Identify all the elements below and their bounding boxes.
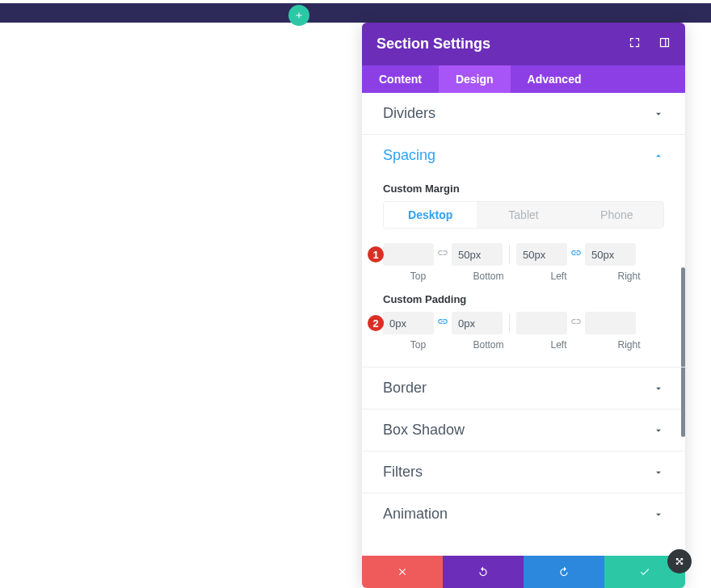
redo-button[interactable] <box>524 556 604 588</box>
padding-right-input[interactable] <box>585 312 636 334</box>
chevron-up-icon <box>653 150 664 162</box>
chevron-down-icon <box>653 467 664 478</box>
separator <box>509 313 510 333</box>
padding-top-input[interactable] <box>383 312 434 334</box>
device-tab-phone[interactable]: Phone <box>570 202 663 228</box>
panel-body: Dividers Spacing Custom Margin Desktop T… <box>362 93 685 556</box>
accordion-label: Box Shadow <box>383 422 465 439</box>
fullscreen-icon[interactable] <box>629 36 641 52</box>
accordion-label: Border <box>383 380 427 397</box>
margin-right-input[interactable] <box>585 243 636 266</box>
chevron-down-icon <box>653 509 664 520</box>
padding-inputs <box>383 312 664 334</box>
link-icon[interactable] <box>435 316 450 330</box>
accordion-label: Spacing <box>383 147 435 164</box>
settings-panel: Section Settings Content Design Advanced… <box>362 23 685 588</box>
padding-bottom-input[interactable] <box>452 312 503 334</box>
label-right: Right <box>594 339 664 351</box>
label-left: Left <box>524 339 594 351</box>
redo-icon <box>558 566 570 578</box>
padding-left-input[interactable] <box>516 312 567 334</box>
tab-content[interactable]: Content <box>362 65 439 93</box>
chevron-down-icon <box>653 108 664 120</box>
accordion-box-shadow[interactable]: Box Shadow <box>362 410 685 452</box>
accordion-label: Animation <box>383 506 448 523</box>
unlink-icon[interactable] <box>435 247 450 262</box>
plus-icon <box>294 10 304 20</box>
device-tabs: Desktop Tablet Phone <box>383 201 664 229</box>
chevron-down-icon <box>653 383 664 394</box>
dock-icon[interactable] <box>658 36 671 52</box>
accordion-label: Filters <box>383 464 423 481</box>
link-icon[interactable] <box>569 247 583 262</box>
accordion-animation[interactable]: Animation <box>362 494 685 535</box>
margin-side-labels: Top Bottom Left Right <box>383 271 664 282</box>
accordion-filters[interactable]: Filters <box>362 452 685 494</box>
label-top: Top <box>383 271 453 282</box>
margin-left-input[interactable] <box>516 243 567 266</box>
custom-padding-label: Custom Padding <box>383 293 664 305</box>
margin-top-input[interactable] <box>383 243 434 266</box>
accordion-border[interactable]: Border <box>362 368 685 410</box>
margin-inputs <box>383 243 664 266</box>
padding-side-labels: Top Bottom Left Right <box>383 339 664 351</box>
annotation-badge-2: 2 <box>368 315 384 331</box>
panel-header: Section Settings <box>362 23 685 65</box>
panel-footer <box>362 556 685 588</box>
page-topbar <box>0 3 711 23</box>
accordion-dividers[interactable]: Dividers <box>362 93 685 135</box>
expand-icon <box>671 553 688 569</box>
accordion-label: Dividers <box>383 105 435 122</box>
cancel-button[interactable] <box>362 556 443 588</box>
separator <box>509 245 510 264</box>
tab-advanced[interactable]: Advanced <box>511 65 599 93</box>
tab-design[interactable]: Design <box>439 65 511 93</box>
close-icon <box>397 566 408 578</box>
device-tab-tablet[interactable]: Tablet <box>477 202 570 228</box>
label-right: Right <box>594 271 664 282</box>
undo-button[interactable] <box>443 556 524 588</box>
label-top: Top <box>383 339 453 351</box>
accordion-spacing[interactable]: Spacing <box>362 135 685 176</box>
unlink-icon[interactable] <box>569 316 583 330</box>
label-left: Left <box>524 271 594 282</box>
device-tab-desktop[interactable]: Desktop <box>384 202 477 228</box>
label-bottom: Bottom <box>453 339 524 351</box>
margin-bottom-input[interactable] <box>452 243 503 266</box>
spacing-section: Custom Margin Desktop Tablet Phone 1 <box>362 183 685 368</box>
annotation-badge-1: 1 <box>368 246 384 262</box>
undo-icon <box>478 566 489 578</box>
custom-margin-label: Custom Margin <box>383 183 664 195</box>
check-icon <box>639 566 650 578</box>
panel-title: Section Settings <box>377 36 490 52</box>
chevron-down-icon <box>653 425 664 436</box>
label-bottom: Bottom <box>453 271 524 282</box>
add-section-button[interactable] <box>288 5 309 26</box>
tab-bar: Content Design Advanced <box>362 65 685 93</box>
